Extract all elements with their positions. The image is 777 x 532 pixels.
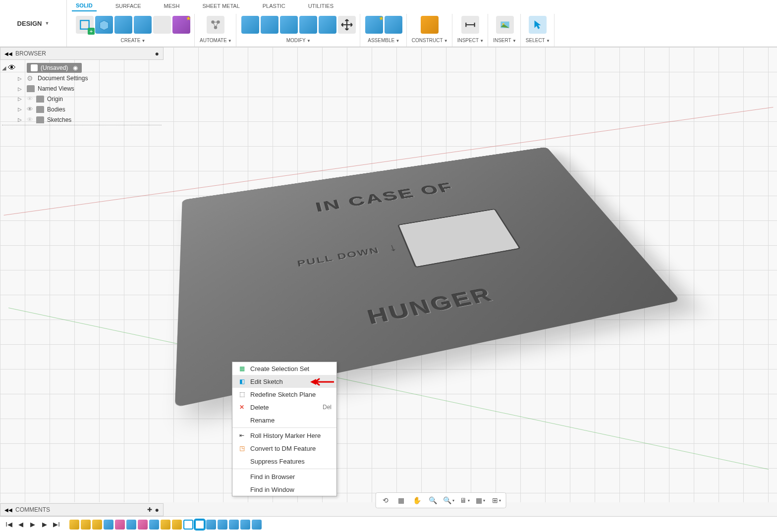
combine-icon[interactable] [299,16,317,34]
automate-icon[interactable] [207,16,224,34]
insert-decal-icon[interactable] [496,16,514,34]
timeline-feature[interactable] [206,520,216,530]
tab-plastic[interactable]: PLASTIC [259,1,289,11]
tree-arrow-root[interactable]: ◢ [2,65,6,71]
comments-label: COMMENTS [15,506,147,513]
timeline-feature[interactable] [92,520,102,530]
tree-arrow[interactable]: ▷ [18,96,24,102]
pattern-icon[interactable] [153,16,171,34]
grid-settings-dropdown[interactable]: ▦ [475,495,486,506]
timeline-feature[interactable] [240,520,250,530]
split-icon[interactable] [319,16,336,34]
tree-arrow[interactable]: ▷ [18,76,24,81]
add-comment-icon[interactable]: ✚ [147,506,152,513]
tab-surface[interactable]: SURFACE [111,1,145,11]
comments-options-icon[interactable]: ● [155,506,159,514]
timeline-feature[interactable] [218,520,227,530]
tree-sketches[interactable]: ▷ 👁 Sketches [2,114,162,125]
inspect-dropdown[interactable]: INSPECT [457,38,484,43]
timeline-feature[interactable] [149,520,159,530]
automate-dropdown[interactable]: AUTOMATE [200,38,232,43]
timeline-feature[interactable] [161,520,170,530]
ctx-redefine-sketch-plane[interactable]: ⬚ Redefine Sketch Plane [232,388,336,401]
ctx-find-in-window[interactable]: Find in Window [232,483,336,496]
zoom-icon[interactable]: 🔍 [428,495,439,506]
display-settings-dropdown[interactable]: 🖥 [459,495,470,506]
visibility-toggle[interactable]: 👁 [27,106,33,113]
new-sketch-icon[interactable] [76,16,94,34]
tab-solid[interactable]: SOLID [72,0,97,11]
tree-root-unsaved[interactable]: (Unsaved) ◉ [27,63,82,73]
timeline-feature[interactable] [138,520,148,530]
timeline-feature[interactable] [183,520,193,530]
assemble-dropdown[interactable]: ASSEMBLE [368,38,399,43]
construct-dropdown[interactable]: CONSTRUCT [412,38,448,43]
insert-dropdown[interactable]: INSERT [493,38,516,43]
create-dropdown[interactable]: CREATE [121,38,146,43]
measure-icon[interactable] [461,16,479,34]
ctx-convert-dm[interactable]: ◳ Convert to DM Feature [232,442,336,455]
extrude-icon[interactable] [95,16,113,34]
timeline-feature[interactable] [104,520,113,530]
timeline-feature[interactable] [69,520,79,530]
design-workspace-button[interactable]: DESIGN [0,0,67,47]
timeline-feature[interactable] [126,520,136,530]
tab-utilities[interactable]: UTILITIES [304,1,337,11]
timeline-feature[interactable] [81,520,91,530]
select-dropdown[interactable]: SELECT [526,38,550,43]
radio-icon[interactable]: ◉ [73,64,78,71]
timeline-feature[interactable] [229,520,239,530]
timeline-end-icon[interactable]: ▶I [52,520,61,530]
timeline-feature[interactable] [252,520,262,530]
tabs-row: SOLID SURFACE MESH SHEET METAL PLASTIC U… [67,0,777,12]
timeline-feature[interactable] [172,520,182,530]
generative-icon[interactable] [172,16,190,34]
timeline-forward-icon[interactable]: ▶ [40,520,50,530]
ctx-create-selection-set[interactable]: ▦ Create Selection Set [232,362,336,375]
tab-sheet-metal[interactable]: SHEET METAL [198,1,243,11]
look-at-icon[interactable]: ▦ [396,495,407,506]
ctx-suppress-features[interactable]: Suppress Features [232,455,336,468]
viewport-layout-dropdown[interactable]: ⊞ [491,495,502,506]
new-component-icon[interactable] [365,16,383,34]
tree-arrow[interactable]: ▷ [18,117,24,122]
ctx-rename[interactable]: Rename [232,414,336,426]
browser-collapse-icon[interactable]: ◀◀ [4,51,12,56]
pan-icon[interactable]: ✋ [412,495,423,506]
svg-rect-0 [80,20,89,29]
timeline-feature-selected[interactable] [195,520,205,530]
tab-mesh[interactable]: MESH [160,1,184,11]
timeline-start-icon[interactable]: I◀ [4,520,14,530]
model-text-pull: PULL DOWN [296,246,381,269]
joint-icon[interactable] [385,16,402,34]
timeline-play-icon[interactable]: ▶ [28,520,38,530]
modify-dropdown[interactable]: MODIFY [286,38,311,43]
ctx-find-in-browser[interactable]: Find in Browser [232,470,336,483]
revolve-icon[interactable] [114,16,132,34]
shell-icon[interactable] [280,16,298,34]
ctx-roll-history[interactable]: ⇤ Roll History Marker Here [232,429,336,442]
tree-arrow[interactable]: ▷ [18,86,24,92]
tree-document-settings[interactable]: ▷ ⚙ Document Settings [2,73,162,84]
visibility-toggle[interactable]: 👁 [27,116,33,123]
tree-arrow[interactable]: ▷ [18,106,24,112]
move-icon[interactable] [338,16,356,34]
tree-named-views[interactable]: ▷ Named Views [2,84,162,94]
timeline-back-icon[interactable]: ◀ [16,520,26,530]
hole-icon[interactable] [134,16,152,34]
comments-collapse-icon[interactable]: ◀◀ [4,507,12,513]
construct-plane-icon[interactable] [421,16,439,34]
timeline-feature[interactable] [115,520,125,530]
browser-options-icon[interactable]: ● [155,50,159,57]
select-icon[interactable] [529,16,547,34]
tree-bodies[interactable]: ▷ 👁 Bodies [2,104,162,114]
model-text-bottom: HUNGER [365,283,498,328]
ctx-delete[interactable]: ✕ Delete Del [232,401,336,414]
zoom-window-dropdown[interactable]: 🔍 [444,495,454,506]
visibility-toggle[interactable]: 👁 [27,95,33,103]
press-pull-icon[interactable] [241,16,259,34]
tree-origin[interactable]: ▷ 👁 Origin [2,94,162,104]
fillet-icon[interactable] [261,16,278,34]
orbit-icon[interactable]: ⟲ [380,495,391,506]
visibility-toggle-root[interactable]: 👁 [8,63,16,72]
